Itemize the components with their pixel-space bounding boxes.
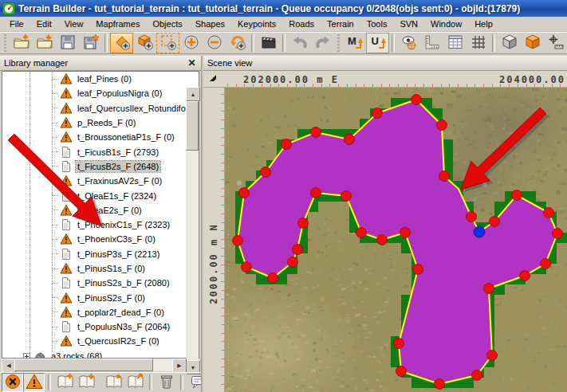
library-item[interactable]: t_QuercusIR2s_F (0) bbox=[2, 334, 186, 348]
vertex-dot[interactable] bbox=[298, 218, 309, 229]
menu-svn[interactable]: SVN bbox=[393, 18, 424, 30]
rotate-add-button[interactable] bbox=[226, 33, 249, 53]
vertex-dot[interactable] bbox=[472, 370, 482, 381]
new-project-button[interactable] bbox=[10, 33, 33, 53]
scroll-right-button[interactable]: ▶ bbox=[172, 359, 187, 373]
menu-view[interactable]: View bbox=[58, 18, 90, 30]
horizontal-scrollbar[interactable]: ◀ ▶ bbox=[2, 359, 187, 371]
remove-vertex-button[interactable] bbox=[203, 33, 226, 53]
vertex-dot[interactable] bbox=[544, 208, 554, 218]
add-selection-button[interactable] bbox=[156, 33, 179, 53]
scroll-up-button[interactable]: ▲ bbox=[186, 87, 200, 101]
vertex-dot[interactable] bbox=[413, 265, 423, 275]
import-library-button[interactable] bbox=[76, 373, 97, 392]
menu-file[interactable]: File bbox=[3, 18, 30, 30]
toolbar-drag-handle[interactable] bbox=[336, 34, 341, 52]
library-item[interactable]: t_BroussonetiaP1s_F (0) bbox=[2, 130, 186, 144]
menu-edit[interactable]: Edit bbox=[30, 18, 58, 30]
add-polygon-button[interactable] bbox=[110, 33, 133, 53]
save-button[interactable] bbox=[56, 33, 79, 53]
show-errors-toggle[interactable] bbox=[2, 373, 23, 392]
library-item[interactable]: leaf_Pines (0) bbox=[2, 72, 186, 86]
menu-objects[interactable]: Objects bbox=[146, 18, 188, 30]
update-vertex-button[interactable]: U bbox=[366, 33, 389, 53]
open-project-button[interactable] bbox=[33, 33, 56, 53]
menu-window[interactable]: Window bbox=[424, 18, 468, 30]
menu-keypoints[interactable]: Keypoints bbox=[231, 18, 282, 30]
vertex-dot[interactable] bbox=[377, 235, 388, 245]
library-item[interactable]: leaf_PopulusNigra (0) bbox=[2, 86, 186, 100]
library-item[interactable]: t_OleaE1s_F (2324) bbox=[2, 188, 186, 202]
menu-help[interactable]: Help bbox=[468, 18, 499, 30]
vertex-dot[interactable] bbox=[512, 190, 522, 201]
snap-button[interactable] bbox=[544, 33, 567, 53]
grid-settings-button[interactable] bbox=[443, 33, 467, 53]
library-item[interactable]: t_FicusB2s_F (2648) bbox=[2, 159, 186, 174]
view-3d-button[interactable] bbox=[498, 33, 521, 53]
visibility-button[interactable] bbox=[397, 33, 420, 53]
menu-shapes[interactable]: Shapes bbox=[189, 18, 231, 30]
vertex-dot[interactable] bbox=[396, 367, 407, 377]
map-canvas[interactable] bbox=[225, 88, 567, 392]
vertex-dot[interactable] bbox=[282, 139, 292, 150]
vertex-dot[interactable] bbox=[268, 273, 278, 284]
preview-button[interactable] bbox=[257, 33, 280, 53]
delete-button[interactable] bbox=[156, 373, 177, 392]
vertex-dot[interactable] bbox=[345, 135, 355, 145]
menu-mapframes[interactable]: Mapframes bbox=[89, 18, 146, 30]
expand-plus-icon[interactable] bbox=[23, 352, 30, 358]
vertex-dot[interactable] bbox=[411, 95, 422, 105]
library-item[interactable]: t_FraxinusAV2s_F (0) bbox=[2, 174, 186, 188]
measure-button[interactable] bbox=[420, 33, 443, 53]
save-as-button[interactable] bbox=[79, 33, 102, 53]
vertex-dot[interactable] bbox=[239, 188, 250, 198]
library-item[interactable]: t_PinusS2s_b_F (2080) bbox=[2, 276, 186, 290]
vertex-dot[interactable] bbox=[293, 245, 303, 255]
vertex-dot[interactable] bbox=[356, 228, 367, 238]
menu-tools[interactable]: Tools bbox=[360, 18, 394, 30]
vertex-dot[interactable] bbox=[311, 127, 321, 138]
horizontal-scroll-thumb[interactable] bbox=[14, 359, 153, 371]
vertex-dot[interactable] bbox=[341, 191, 352, 202]
close-icon[interactable]: ✕ bbox=[186, 57, 198, 69]
library-item[interactable]: t_PinusS1s_F (0) bbox=[2, 261, 186, 276]
new-library-button[interactable] bbox=[54, 373, 76, 392]
undo-button[interactable] bbox=[288, 33, 311, 53]
add-vertex-button[interactable] bbox=[179, 33, 203, 53]
library-item[interactable]: a3 rocks (68) bbox=[2, 349, 186, 358]
vertex-dot[interactable] bbox=[233, 236, 243, 246]
library-item[interactable]: t_PopulusN3s_F (2064) bbox=[2, 319, 186, 334]
library-item[interactable]: t_FicusB1s_F (2793) bbox=[2, 144, 186, 159]
selected-vertex-dot[interactable] bbox=[474, 226, 485, 237]
vertex-dot[interactable] bbox=[437, 120, 447, 131]
library-item[interactable]: t_PinusS2s_F (0) bbox=[2, 290, 186, 304]
vertex-dot[interactable] bbox=[484, 284, 494, 294]
move-library-button[interactable] bbox=[124, 373, 146, 392]
vertex-dot[interactable] bbox=[288, 257, 298, 268]
library-item[interactable]: t_PhoenixC1s_F (2323) bbox=[2, 218, 186, 232]
export-library-button[interactable] bbox=[103, 373, 124, 392]
vertex-dot[interactable] bbox=[487, 351, 498, 361]
menu-terrain[interactable]: Terrain bbox=[321, 18, 360, 30]
vertex-dot[interactable] bbox=[394, 339, 404, 349]
vertex-dot[interactable] bbox=[261, 167, 271, 178]
toolbar-drag-handle[interactable] bbox=[2, 34, 8, 52]
library-item[interactable]: leaf_QuercusIlex_Rotundifolia bbox=[2, 101, 186, 116]
vertex-dot[interactable] bbox=[435, 379, 445, 390]
vertex-dot[interactable] bbox=[311, 188, 321, 198]
vertex-dot[interactable] bbox=[490, 217, 500, 227]
library-item[interactable]: p_Reeds_F (0) bbox=[2, 116, 186, 130]
move-vertex-button[interactable]: M bbox=[343, 33, 366, 53]
add-object-button[interactable] bbox=[133, 33, 156, 53]
vertex-dot[interactable] bbox=[541, 259, 551, 269]
vertex-dot[interactable] bbox=[372, 108, 383, 119]
menu-roads[interactable]: Roads bbox=[282, 18, 321, 30]
vertex-dot[interactable] bbox=[520, 271, 530, 281]
vertex-dot[interactable] bbox=[467, 212, 477, 222]
vertex-dot[interactable] bbox=[553, 229, 563, 239]
library-item[interactable]: t_OleaE2s_F (0) bbox=[2, 203, 186, 218]
vertex-dot[interactable] bbox=[242, 262, 252, 272]
vertical-scroll-thumb[interactable] bbox=[186, 101, 199, 151]
show-warnings-toggle[interactable] bbox=[23, 373, 45, 392]
library-item[interactable]: t_poplar2f_dead_F (0) bbox=[2, 305, 186, 319]
